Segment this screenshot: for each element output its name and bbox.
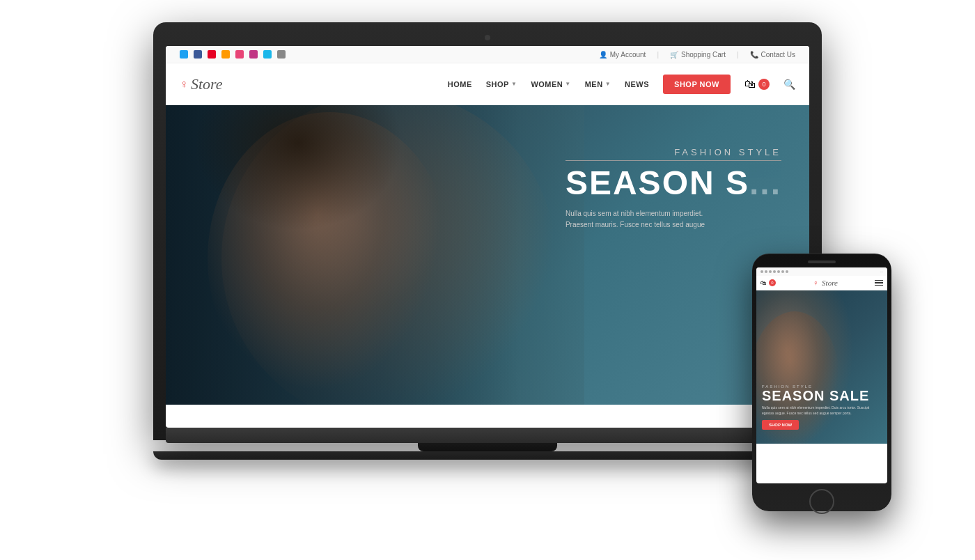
hero-content: FASHION STYLE SEASON S... Nulla quis sem… <box>566 147 781 231</box>
hero-description: Nulla quis sem at nibh elementum imperdi… <box>566 208 760 231</box>
nav-men[interactable]: MEN ▼ <box>585 80 611 88</box>
phone-bag-icon: 🛍 <box>760 280 766 286</box>
phone-home-button[interactable] <box>809 489 834 514</box>
phone-screen: ··· 🛍 0 ♀ Store <box>756 267 887 483</box>
phone-cart-area: 🛍 0 <box>760 279 776 286</box>
social-icons-bar <box>180 50 286 59</box>
shopping-cart-link[interactable]: 🛒 Shopping Cart <box>670 51 726 59</box>
laptop-screen: 👤 My Account | 🛒 Shopping Cart | 📞 Conta… <box>166 46 809 428</box>
phone-social-dot-4 <box>773 270 776 273</box>
laptop-camera <box>485 35 490 40</box>
logo-text: Store <box>191 75 223 93</box>
phone-social-dot-5 <box>777 270 780 273</box>
phone-topbar: ··· <box>756 267 887 276</box>
cart-bag-icon: 🛍 <box>744 78 756 91</box>
phone-device: ··· 🛍 0 ♀ Store <box>752 254 891 539</box>
laptop-base <box>166 428 809 443</box>
women-dropdown-arrow: ▼ <box>565 81 570 87</box>
phone-cart-badge: 0 <box>769 279 776 286</box>
phone-social-dot-6 <box>781 270 784 273</box>
nav-shop[interactable]: SHOP ▼ <box>486 80 517 88</box>
twitter-icon[interactable] <box>180 50 188 59</box>
phone-social-dot-1 <box>760 270 763 273</box>
dribbble-icon[interactable] <box>235 50 244 59</box>
hamburger-line-3 <box>875 285 883 286</box>
topbar-links: 👤 My Account | 🛒 Shopping Cart | 📞 Conta… <box>599 51 795 59</box>
pinterest-icon[interactable] <box>208 50 216 59</box>
phone-shop-now-button[interactable]: SHOP NOW <box>762 420 799 430</box>
laptop-body: 👤 My Account | 🛒 Shopping Cart | 📞 Conta… <box>153 22 822 440</box>
hero-fashion-style-label: FASHION STYLE <box>566 147 781 161</box>
phone-logo: ♀ Store <box>813 279 838 287</box>
account-icon: 👤 <box>599 51 607 59</box>
phone-speaker <box>808 260 836 263</box>
phone-season-sale: SEASON SALE <box>762 389 882 403</box>
phone-logo-decoration: ♀ <box>813 279 818 287</box>
phone-body: ··· 🛍 0 ♀ Store <box>752 254 891 511</box>
cart-icon-wrap[interactable]: 🛍 0 <box>744 78 770 91</box>
phone-social-dot-7 <box>786 270 788 273</box>
rss-icon[interactable] <box>221 50 230 59</box>
nav-news[interactable]: NEWS <box>625 80 649 88</box>
site-logo[interactable]: ♀ Store <box>180 75 223 93</box>
vimeo-icon[interactable] <box>263 50 272 59</box>
phone-hero: FASHION STYLE SEASON SALE Nulla quis sem… <box>756 290 887 444</box>
men-dropdown-arrow: ▼ <box>605 81 611 87</box>
search-icon[interactable]: 🔍 <box>783 79 795 90</box>
phone-hero-content: FASHION STYLE SEASON SALE Nulla quis sem… <box>762 384 882 430</box>
laptop-foot <box>153 451 822 460</box>
shop-now-button[interactable]: SHOP NOW <box>663 75 731 94</box>
phone-description: Nulla quis sem at nibh elementum imperdi… <box>762 405 882 416</box>
my-account-link[interactable]: 👤 My Account <box>599 51 646 59</box>
phone-navbar: 🛍 0 ♀ Store <box>756 276 887 290</box>
phone-social-dot-2 <box>765 270 767 273</box>
logo-decoration: ♀ <box>180 78 188 91</box>
nav-women[interactable]: WOMEN ▼ <box>531 80 570 88</box>
phone-icon: 📞 <box>750 51 758 59</box>
hero-season-sale-heading: SEASON S... <box>566 166 781 200</box>
shop-dropdown-arrow: ▼ <box>511 81 517 87</box>
phone-social-icons <box>760 270 788 273</box>
facebook-icon[interactable] <box>194 50 202 59</box>
contact-us-link[interactable]: 📞 Contact Us <box>750 51 795 59</box>
hero-hair-overlay <box>194 105 403 231</box>
hamburger-line-2 <box>875 282 883 283</box>
laptop-device: 👤 My Account | 🛒 Shopping Cart | 📞 Conta… <box>153 22 822 538</box>
instagram-icon[interactable] <box>249 50 258 59</box>
site-nav: HOME SHOP ▼ WOMEN ▼ MEN ▼ NEWS SHOP NOW … <box>448 75 795 94</box>
nav-home[interactable]: HOME <box>448 80 472 88</box>
cart-count-badge: 0 <box>758 79 770 90</box>
phone-social-dot-3 <box>769 270 772 273</box>
site-topbar: 👤 My Account | 🛒 Shopping Cart | 📞 Conta… <box>166 46 809 63</box>
phone-hamburger-menu[interactable] <box>875 280 883 286</box>
feed-icon[interactable] <box>277 50 286 59</box>
site-navbar: ♀ Store HOME SHOP ▼ WOMEN ▼ MEN ▼ NEWS S… <box>166 63 809 105</box>
scene: 👤 My Account | 🛒 Shopping Cart | 📞 Conta… <box>0 0 975 560</box>
hero-section: FASHION STYLE SEASON S... Nulla quis sem… <box>166 105 809 405</box>
cart-icon: 🛒 <box>670 51 678 59</box>
hamburger-line-1 <box>875 280 883 281</box>
phone-topbar-right: ··· <box>880 270 883 274</box>
